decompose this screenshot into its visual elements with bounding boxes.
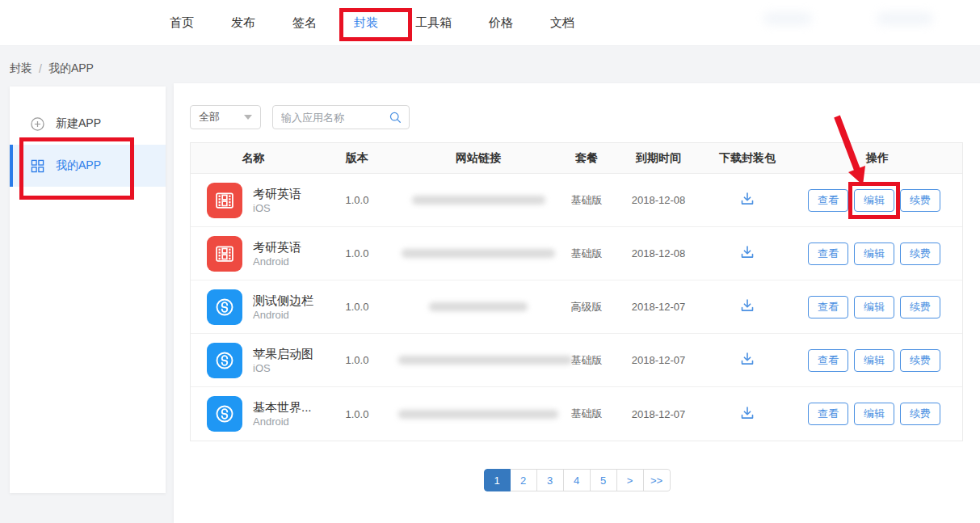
app-platform: Android [253, 308, 313, 322]
edit-button[interactable]: 编辑 [854, 243, 894, 265]
next-page-button[interactable]: > [617, 469, 644, 491]
view-button[interactable]: 查看 [808, 403, 848, 425]
search-input[interactable] [281, 112, 389, 124]
page-button-3[interactable]: 3 [537, 469, 564, 491]
plan-badge: 基础版 [558, 247, 615, 261]
blurred-website-link [398, 356, 572, 365]
blurred-website-link [412, 196, 545, 205]
plus-circle-icon [31, 117, 44, 131]
view-button[interactable]: 查看 [808, 189, 848, 212]
app-name: 苹果启动图 [253, 346, 313, 361]
nav-item-home[interactable]: 首页 [170, 15, 194, 31]
renew-button[interactable]: 续费 [900, 403, 940, 425]
sidebar-item-label: 新建APP [56, 116, 101, 131]
view-button[interactable]: 查看 [808, 296, 848, 318]
expire-date: 2018-12-07 [615, 301, 702, 313]
plan-badge: 基础版 [558, 193, 615, 208]
view-button[interactable]: 查看 [808, 349, 848, 372]
download-icon[interactable] [738, 297, 756, 314]
actions-cell: 查看 编辑 续费 [793, 243, 962, 265]
nav-item-price[interactable]: 价格 [489, 15, 513, 31]
plan-badge: 高级版 [558, 300, 615, 314]
download-icon[interactable] [738, 351, 756, 367]
download-icon[interactable] [738, 191, 756, 207]
top-navigation-bar: 首页 发布 签名 封装 工具箱 价格 文档 [0, 0, 980, 46]
nav-item-sign[interactable]: 签名 [292, 15, 317, 31]
page-button-4[interactable]: 4 [564, 469, 591, 491]
expire-date: 2018-12-07 [615, 354, 702, 366]
page-button-1[interactable]: 1 [484, 469, 511, 491]
app-icon [207, 289, 242, 325]
column-header-link: 网站链接 [398, 151, 558, 166]
actions-cell: 查看 编辑 续费 [793, 189, 962, 212]
main-panel: 全部 名称 版本 网站链接 套餐 到期时间 下载封装包 操作 [174, 83, 980, 523]
download-icon[interactable] [738, 405, 756, 421]
app-name-cell: 苹果启动图 iOS [191, 343, 316, 378]
app-icon [207, 343, 242, 378]
expire-date: 2018-12-08 [615, 247, 702, 259]
app-platform: iOS [253, 201, 301, 215]
renew-button[interactable]: 续费 [900, 296, 940, 318]
search-box [272, 105, 410, 129]
actions-cell: 查看 编辑 续费 [793, 403, 962, 425]
breadcrumb-section[interactable]: 封装 [10, 61, 32, 76]
page-button-5[interactable]: 5 [591, 469, 617, 491]
edit-button[interactable]: 编辑 [854, 403, 894, 425]
sidebar-item-new-app[interactable]: 新建APP [10, 103, 166, 145]
blurred-website-link [402, 249, 555, 258]
download-icon[interactable] [738, 244, 756, 260]
app-version: 1.0.0 [316, 408, 398, 420]
page-button-2[interactable]: 2 [511, 469, 537, 491]
table-row: 考研英语 iOS 1.0.0 基础版 2018-12-08 查看 编辑 续费 [191, 174, 962, 227]
download-cell [702, 297, 793, 316]
column-header-actions: 操作 [793, 151, 962, 166]
table-row: 基本世界... Android 1.0.0 基础版 2018-12-07 查看 … [191, 387, 962, 441]
renew-button[interactable]: 续费 [900, 189, 940, 212]
apps-table: 名称 版本 网站链接 套餐 到期时间 下载封装包 操作 [190, 142, 963, 441]
table-row: 考研英语 Android 1.0.0 基础版 2018-12-08 查看 编辑 … [191, 227, 962, 280]
website-link-cell [398, 249, 558, 258]
renew-button[interactable]: 续费 [900, 349, 940, 372]
download-cell [702, 405, 793, 424]
main-nav: 首页 发布 签名 封装 工具箱 价格 文档 [170, 0, 574, 46]
column-header-download: 下载封装包 [702, 151, 793, 166]
table-row: 苹果启动图 iOS 1.0.0 基础版 2018-12-07 查看 编辑 续费 [191, 334, 962, 387]
last-page-button[interactable]: >> [644, 469, 671, 491]
category-select[interactable]: 全部 [190, 105, 261, 129]
app-name-cell: 考研英语 iOS [191, 183, 316, 218]
website-link-cell [398, 302, 558, 311]
breadcrumb-separator: / [39, 62, 42, 75]
search-icon[interactable] [389, 111, 402, 124]
renew-button[interactable]: 续费 [900, 243, 940, 265]
download-cell [702, 351, 793, 369]
edit-button[interactable]: 编辑 [854, 189, 894, 212]
s-logo-icon [212, 402, 237, 426]
sidebar-item-my-app[interactable]: 我的APP [10, 145, 166, 187]
film-icon [213, 243, 236, 265]
toolbar: 全部 [190, 105, 410, 129]
app-version: 1.0.0 [316, 247, 398, 259]
app-platform: iOS [253, 361, 313, 375]
edit-button[interactable]: 编辑 [854, 296, 894, 318]
nav-item-package[interactable]: 封装 [354, 15, 378, 31]
app-name: 基本世界... [253, 399, 312, 415]
film-icon [213, 189, 236, 212]
edit-button-wrap: 编辑 [854, 349, 894, 372]
table-body: 考研英语 iOS 1.0.0 基础版 2018-12-08 查看 编辑 续费 [191, 174, 962, 441]
edit-button[interactable]: 编辑 [854, 349, 894, 372]
nav-item-toolbox[interactable]: 工具箱 [415, 15, 452, 31]
category-select-value: 全部 [199, 110, 220, 124]
nav-item-publish[interactable]: 发布 [231, 15, 255, 31]
blurred-website-link [429, 302, 528, 311]
app-name-cell: 考研英语 Android [191, 236, 316, 272]
sidebar: 新建APP 我的APP [10, 86, 166, 493]
blurred-website-link [398, 410, 558, 419]
download-cell [702, 244, 793, 263]
table-header-row: 名称 版本 网站链接 套餐 到期时间 下载封装包 操作 [191, 143, 962, 174]
app-name: 考研英语 [253, 239, 301, 255]
nav-item-docs[interactable]: 文档 [550, 15, 574, 31]
app-name-cell: 基本世界... Android [191, 396, 316, 432]
view-button[interactable]: 查看 [808, 243, 848, 265]
app-name-cell: 测试侧边栏 Android [191, 289, 316, 325]
s-logo-icon [212, 295, 237, 319]
